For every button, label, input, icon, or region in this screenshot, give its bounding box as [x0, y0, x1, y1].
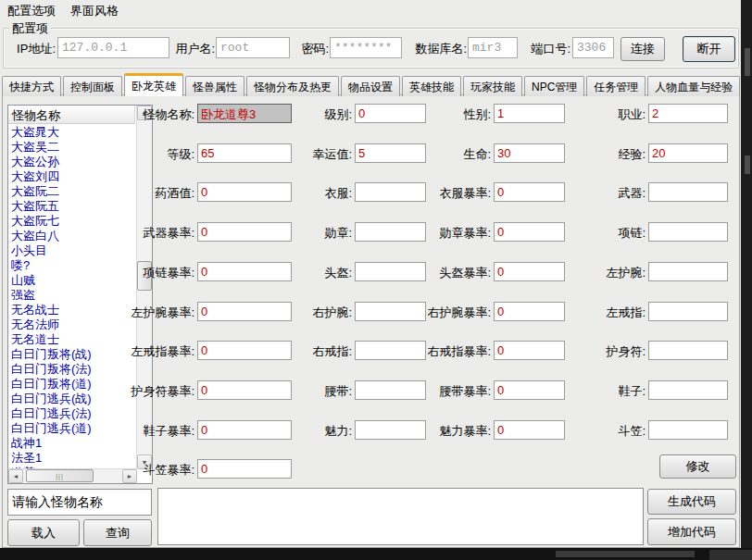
monster-name-input[interactable]	[7, 489, 152, 516]
tab-shortcut-mode[interactable]: 快捷方式	[2, 76, 61, 96]
left-ring-label: 左戒指:	[509, 305, 645, 321]
modify-button[interactable]: 修改	[659, 454, 736, 479]
exp-label: 经验:	[509, 146, 645, 163]
scroll-left-icon[interactable]: ◄	[8, 469, 23, 483]
tab-hero-skills[interactable]: 英雄技能	[402, 76, 461, 96]
tab-item-settings[interactable]: 物品设置	[341, 76, 400, 96]
monster-list-header-label: 怪物名称	[12, 108, 60, 122]
necklace-drop-rate-label: 项链暴率:	[58, 265, 194, 281]
belt-drop-rate-label: 腰带暴率:	[355, 383, 491, 400]
monster-name-label: 怪物名称:	[58, 106, 194, 123]
charm-drop-rate-label: 魅力暴率:	[355, 423, 491, 440]
hat-label: 斗笠:	[509, 423, 645, 440]
shoes-input[interactable]	[648, 380, 728, 400]
password-label: 密码:	[292, 41, 329, 57]
potion-value-label: 药酒值:	[58, 185, 194, 202]
port-label: 端口号:	[520, 41, 570, 57]
right-bracelet-label: 右护腕:	[216, 305, 352, 321]
luck-label: 幸运值:	[216, 146, 352, 163]
job-label: 职业:	[509, 106, 645, 123]
tab-monster-distribution-hotupdate[interactable]: 怪物分布及热更	[246, 76, 339, 96]
load-button[interactable]: 载入	[7, 519, 80, 546]
left-ring-input[interactable]	[648, 302, 728, 321]
background-window-bottom-edge	[0, 548, 752, 560]
clothes-drop-rate-label: 衣服暴率:	[355, 185, 491, 202]
hat-input[interactable]	[648, 420, 728, 440]
belt-label: 腰带:	[216, 383, 352, 400]
port-field[interactable]: 3306	[572, 37, 614, 58]
hat-drop-rate-label: 斗笠暴率:	[58, 462, 194, 479]
necklace-label: 项链:	[509, 225, 645, 242]
config-groupbox-title: 配置项	[9, 20, 51, 37]
right-ring-label: 右戒指:	[216, 343, 352, 360]
menu-config-options[interactable]: 配置选项	[0, 0, 63, 21]
right-bracelet-drop-rate-label: 右护腕暴率:	[355, 305, 491, 321]
helmet-drop-rate-label: 头盔暴率:	[355, 265, 491, 281]
background-window-right-edge	[741, 0, 752, 560]
left-bracelet-label: 左护腕:	[509, 265, 645, 281]
shoes-label: 鞋子:	[509, 383, 645, 400]
username-field[interactable]: root	[216, 37, 290, 58]
code-output-area[interactable]	[157, 488, 644, 545]
charm-label: 魅力:	[216, 423, 352, 440]
exp-input[interactable]: 20	[648, 143, 728, 163]
tab-npc-management[interactable]: NPC管理	[524, 76, 584, 96]
menu-interface-style[interactable]: 界面风格	[63, 0, 126, 21]
monster-list-item[interactable]: 白日门逃兵(法)	[8, 406, 137, 421]
app-window: 配置选项界面风格 配置项 IP地址:127.0.0.1用户名:root密码:**…	[0, 0, 741, 548]
password-field[interactable]: ********	[330, 37, 402, 58]
add-code-button[interactable]: 增加代码	[647, 518, 736, 545]
ip-address-field[interactable]: 127.0.0.1	[57, 37, 169, 58]
username-label: 用户名:	[174, 41, 215, 57]
tab-player-skills[interactable]: 玩家技能	[463, 76, 522, 96]
query-button[interactable]: 查询	[83, 519, 152, 546]
tab-monster-attributes[interactable]: 怪兽属性	[185, 76, 244, 96]
rank-label: 级别:	[216, 106, 352, 123]
connect-button[interactable]: 连接	[620, 37, 665, 61]
job-input[interactable]: 2	[648, 104, 728, 123]
level-label: 等级:	[58, 146, 194, 163]
right-ring-drop-rate-label: 右戒指暴率:	[355, 343, 491, 360]
tab-control-panel[interactable]: 控制面板	[63, 76, 122, 96]
left-bracelet-input[interactable]	[648, 262, 728, 281]
tab-bar: 快捷方式控制面板卧龙英雄怪兽属性怪物分布及热更物品设置英雄技能玩家技能NPC管理…	[2, 74, 741, 95]
tab-task-management[interactable]: 任务管理	[586, 76, 645, 96]
medal-drop-rate-label: 勋章暴率:	[355, 225, 491, 242]
tab-wolong-hero[interactable]: 卧龙英雄	[124, 73, 183, 96]
necklace-input[interactable]	[648, 222, 728, 242]
gender-label: 性别:	[355, 106, 491, 123]
weapon-drop-rate-label: 武器暴率:	[58, 225, 194, 242]
weapon-input[interactable]	[648, 182, 728, 202]
ip-address-label: IP地址:	[7, 41, 56, 57]
generate-code-button[interactable]: 生成代码	[647, 489, 736, 515]
tab-character-hp-exp[interactable]: 人物血量与经验	[647, 76, 740, 96]
monster-list-item[interactable]: 大盗刘四	[8, 169, 137, 184]
amulet-label: 护身符:	[509, 343, 645, 360]
database-name-field[interactable]: mir3	[468, 37, 518, 58]
shoes-drop-rate-label: 鞋子暴率:	[58, 423, 194, 440]
left-ring-drop-rate-label: 左戒指暴率:	[58, 343, 194, 360]
menu-bar: 配置选项界面风格	[0, 0, 741, 20]
hat-drop-rate-input[interactable]: 0	[197, 459, 292, 479]
monster-list-item[interactable]: 白日门叛将(法)	[8, 362, 137, 377]
left-bracelet-drop-rate-label: 左护腕暴率:	[58, 305, 194, 321]
helmet-label: 头盔:	[216, 265, 352, 281]
medal-label: 勋章:	[216, 225, 352, 242]
monster-list-item[interactable]: 小头目	[8, 243, 137, 258]
weapon-label: 武器:	[509, 185, 645, 202]
database-name-label: 数据库名:	[404, 41, 467, 57]
amulet-drop-rate-label: 护身符暴率:	[58, 383, 194, 400]
monster-list-item[interactable]: 大盗晁大	[8, 125, 137, 140]
monster-list-items: 大盗晁大大盗吴二大盗公孙大盗刘四大盗阮二大盗阮五大盗阮七大盗白八小头目喽?山贼强…	[8, 125, 137, 469]
clothes-label: 衣服:	[216, 185, 352, 202]
hp-label: 生命:	[355, 146, 491, 163]
amulet-input[interactable]	[648, 341, 728, 360]
disconnect-button[interactable]: 断开	[683, 36, 735, 62]
monster-list-item[interactable]: 强盗	[8, 288, 137, 303]
